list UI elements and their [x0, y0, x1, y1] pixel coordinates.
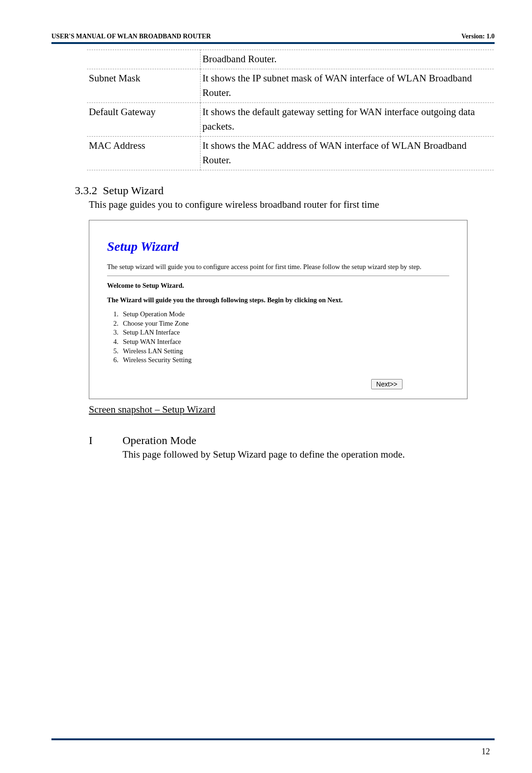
wizard-divider: [107, 276, 449, 276]
wizard-step: Choose your Time Zone: [120, 319, 449, 328]
wizard-welcome: Welcome to Setup Wizard.: [107, 282, 449, 290]
sub-heading-number: I: [89, 434, 122, 447]
table-row: Broadband Router.: [87, 50, 494, 69]
table-row: Default Gateway It shows the default gat…: [87, 102, 494, 136]
sub-heading: I Operation Mode: [89, 434, 495, 447]
row-desc: It shows the default gateway setting for…: [201, 102, 494, 136]
wizard-step: Setup LAN Interface: [120, 328, 449, 337]
footer-rule: [51, 738, 495, 740]
wizard-step: Wireless LAN Setting: [120, 347, 449, 356]
header-left: USER'S MANUAL OF WLAN BROADBAND ROUTER: [51, 33, 211, 40]
wizard-instruction: The Wizard will guide you the through fo…: [107, 296, 449, 304]
sub-intro: This page followed by Setup Wizard page …: [122, 449, 495, 460]
row-desc: It shows the MAC address of WAN interfac…: [201, 136, 494, 170]
wan-info-table: Broadband Router. Subnet Mask It shows t…: [87, 50, 494, 170]
header-rule: [51, 42, 495, 44]
row-desc: It shows the IP subnet mask of WAN inter…: [201, 69, 494, 102]
setup-wizard-screenshot: Setup Wizard The setup wizard will guide…: [89, 220, 467, 399]
section-heading: 3.3.2 Setup Wizard: [75, 184, 495, 197]
row-label: MAC Address: [87, 136, 201, 170]
table-row: MAC Address It shows the MAC address of …: [87, 136, 494, 170]
wizard-steps-list: Setup Operation Mode Choose your Time Zo…: [120, 310, 449, 365]
section-title: Setup Wizard: [103, 184, 164, 197]
section-intro: This page guides you to configure wirele…: [89, 199, 495, 211]
header-right: Version: 1.0: [461, 33, 495, 40]
table-row: Subnet Mask It shows the IP subnet mask …: [87, 69, 494, 102]
page-number: 12: [482, 747, 490, 757]
wizard-description: The setup wizard will guide you to confi…: [107, 263, 449, 271]
row-label: Subnet Mask: [87, 69, 201, 102]
row-desc: Broadband Router.: [201, 50, 494, 69]
wizard-step: Wireless Security Setting: [120, 356, 449, 365]
next-button[interactable]: Next>>: [371, 379, 403, 389]
section-number: 3.3.2: [75, 184, 97, 197]
wizard-title: Setup Wizard: [107, 239, 449, 254]
row-label: [87, 50, 201, 69]
screenshot-caption: Screen snapshot – Setup Wizard: [89, 404, 495, 416]
wizard-step: Setup WAN Interface: [120, 337, 449, 347]
wizard-step: Setup Operation Mode: [120, 310, 449, 319]
page-header: USER'S MANUAL OF WLAN BROADBAND ROUTER V…: [51, 33, 495, 40]
row-label: Default Gateway: [87, 102, 201, 136]
sub-heading-title: Operation Mode: [122, 434, 196, 447]
